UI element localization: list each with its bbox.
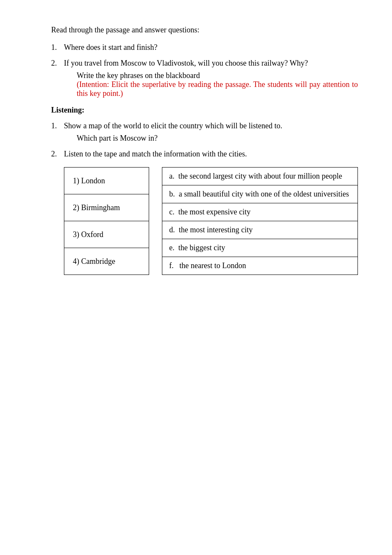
city-row-3: 3) Oxford (64, 221, 149, 248)
intro-text: Read through the passage and answer ques… (51, 26, 358, 35)
desc-e: e. the biggest city (162, 239, 358, 257)
li1-content: Show a map of the world to elicit the co… (64, 121, 358, 143)
desc-row-a: a. the second largest city with about fo… (162, 168, 358, 185)
city-cambridge: 4) Cambridge (64, 248, 149, 275)
li1-number: 1. (51, 121, 64, 130)
q2-text: If you travel from Moscow to Vladivostok… (64, 59, 308, 67)
q1-number: 1. (51, 43, 64, 52)
q2-number: 2. (51, 59, 64, 68)
city-row-2: 2) Birmingham (64, 194, 149, 221)
li1-text: Show a map of the world to elicit the co… (64, 121, 282, 130)
desc-d: d. the most interesting city (162, 221, 358, 239)
q1-text: Where does it start and finish? (64, 43, 358, 52)
li2-number: 2. (51, 150, 64, 159)
listening-item-1: 1. Show a map of the world to elicit the… (51, 121, 358, 143)
cities-table: 1) London 2) Birmingham 3) Oxford 4) Cam… (64, 167, 149, 275)
listening-heading: Listening: (51, 106, 358, 115)
li2-text: Listen to the tape and match the informa… (64, 150, 358, 159)
desc-c: c. the most expensive city (162, 203, 358, 221)
descriptions-table: a. the second largest city with about fo… (162, 167, 358, 275)
desc-row-f: f. the nearest to London (162, 257, 358, 275)
intention-text: (Intention: Elicit the superlative by re… (77, 80, 358, 98)
listening-item-2: 2. Listen to the tape and match the info… (51, 150, 358, 159)
desc-b: b. a small beautiful city with one of th… (162, 185, 358, 203)
city-birmingham: 2) Birmingham (64, 194, 149, 221)
city-london: 1) London (64, 168, 149, 194)
desc-row-e: e. the biggest city (162, 239, 358, 257)
question-1: 1. Where does it start and finish? (51, 43, 358, 52)
city-row-4: 4) Cambridge (64, 248, 149, 275)
moscow-question: Which part is Moscow in? (77, 134, 358, 143)
city-row-1: 1) London (64, 168, 149, 194)
q2-content: If you travel from Moscow to Vladivostok… (64, 59, 358, 98)
desc-f: f. the nearest to London (162, 257, 358, 275)
question-2: 2. If you travel from Moscow to Vladivos… (51, 59, 358, 98)
write-key-text: Write the key phrases on the blackboard (77, 71, 358, 80)
desc-row-c: c. the most expensive city (162, 203, 358, 221)
desc-row-d: d. the most interesting city (162, 221, 358, 239)
matching-table: 1) London 2) Birmingham 3) Oxford 4) Cam… (64, 167, 358, 275)
desc-row-b: b. a small beautiful city with one of th… (162, 185, 358, 203)
desc-a: a. the second largest city with about fo… (162, 168, 358, 185)
city-oxford: 3) Oxford (64, 221, 149, 248)
